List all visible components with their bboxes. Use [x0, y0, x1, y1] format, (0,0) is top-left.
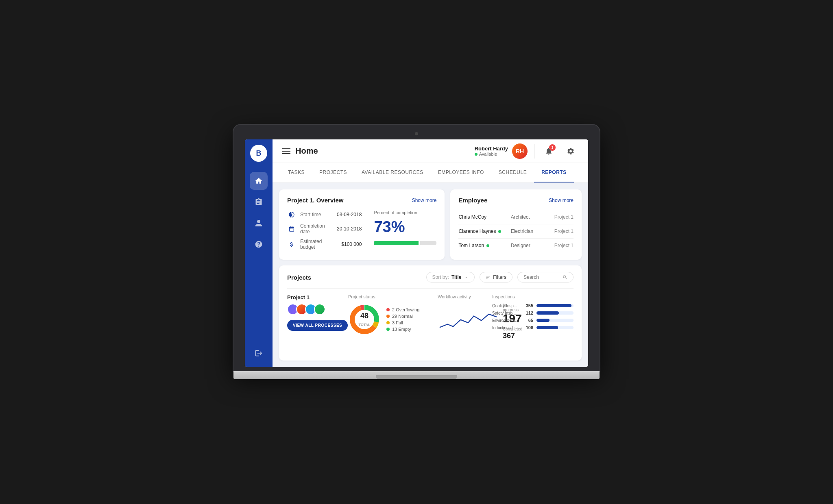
home-icon	[255, 177, 263, 185]
completion-date-icon	[287, 224, 296, 233]
sidebar-item-help[interactable]	[250, 235, 268, 253]
legend-dot-orange	[386, 315, 390, 318]
inspection-bar-bg-2	[536, 311, 574, 315]
employee-card: Employee Show more Chris McCoy Architect…	[450, 189, 582, 260]
employee-project-1: Project 1	[554, 214, 574, 220]
tab-reports[interactable]: REPORTS	[534, 163, 574, 182]
chevron-down-icon	[464, 275, 469, 280]
online-indicator-3	[486, 244, 489, 247]
legend-item-normal: 29 Normal	[386, 314, 419, 319]
sidebar-item-people[interactable]	[250, 214, 268, 232]
logo-icon: B	[250, 145, 267, 162]
completion-section: Percent of completion 73%	[374, 210, 436, 250]
donut-legend: 2 Overflowing 29 Normal 3	[386, 307, 419, 332]
sidebar-logo[interactable]: B	[245, 139, 273, 167]
start-time-icon	[287, 210, 296, 219]
tab-tasks[interactable]: TASKS	[281, 163, 312, 182]
overview-show-more[interactable]: Show more	[412, 198, 437, 203]
inspection-row-environment: Environment... 65	[492, 318, 574, 323]
sidebar-item-tasks[interactable]	[250, 193, 268, 211]
budget-value: $100 000	[341, 241, 362, 247]
workflow-inner: In progress 197 Completed 367	[438, 303, 484, 339]
overview-title: Project 1. Overview	[287, 197, 343, 204]
inspection-name-2: Safety Insp...	[492, 311, 519, 315]
employee-list: Chris McCoy Architect Project 1 Clarence…	[458, 210, 574, 252]
donut-total-number: 48	[358, 312, 370, 320]
legend-dot-red	[386, 308, 390, 311]
overview-card: Project 1. Overview Show more Sta	[279, 189, 445, 260]
projects-card: Projects Sort by: Title Filters	[279, 265, 582, 361]
sidebar-item-home[interactable]	[250, 172, 268, 190]
employee-show-more[interactable]: Show more	[549, 198, 574, 203]
tab-employees-info[interactable]: EMPLOYEES INFO	[431, 163, 491, 182]
tab-projects[interactable]: PROJECTS	[312, 163, 354, 182]
employee-role-2: Electrician	[511, 228, 554, 234]
legend-item-overflowing: 2 Overflowing	[386, 307, 419, 312]
logout-icon	[255, 349, 263, 357]
tab-available-resources[interactable]: AVAILABLE RESOURCES	[354, 163, 431, 182]
notification-button[interactable]: 3	[541, 143, 556, 159]
inspection-bar-fill-2	[536, 311, 559, 315]
completion-date-value: 20-10-2018	[337, 226, 362, 232]
inspection-value-3: 65	[522, 318, 533, 323]
filters-icon	[486, 275, 491, 280]
header: Home Robert Hardy Available RH	[273, 139, 588, 163]
budget-row: Estimated budget $100 000	[287, 239, 362, 250]
header-divider	[534, 144, 534, 159]
user-name: Robert Hardy	[475, 146, 508, 152]
project-status-label: Project status	[348, 294, 430, 299]
filters-label: Filters	[493, 274, 506, 280]
inspection-bar-fill-4	[536, 326, 558, 329]
search-input[interactable]	[523, 274, 560, 280]
notification-badge: 3	[549, 144, 556, 151]
employee-name-3: Tom Larson	[458, 243, 510, 248]
header-right: Robert Hardy Available RH 3	[475, 143, 578, 159]
tab-schedule[interactable]: SCHEDULE	[491, 163, 534, 182]
completed-value: 367	[503, 332, 522, 339]
project-avatars	[287, 304, 340, 315]
employee-name-2: Clarence Haynes	[458, 228, 510, 234]
inspection-row-inductions: Inductions (C... 108	[492, 325, 574, 330]
legend-label-empty: 13 Empty	[392, 327, 411, 332]
completion-date-row: Completion date 20-10-2018	[287, 223, 362, 235]
settings-button[interactable]	[563, 143, 578, 159]
start-time-value: 03-08-2018	[337, 212, 362, 217]
person-icon	[255, 219, 263, 227]
employee-row: Chris McCoy Architect Project 1	[458, 210, 574, 224]
inspection-row-safety: Safety Insp... 112	[492, 311, 574, 315]
filters-button[interactable]: Filters	[480, 272, 512, 282]
start-time-label: Start time	[300, 212, 333, 217]
inspection-bar-bg-4	[536, 326, 574, 329]
search-box[interactable]	[517, 272, 574, 282]
legend-dot-green	[386, 328, 390, 331]
inspections-section: Inspections Quality Insp... 355	[492, 294, 574, 330]
avatar[interactable]: RH	[512, 143, 528, 159]
overview-split: Start time 03-08-2018 Completion date	[287, 210, 436, 250]
sort-button[interactable]: Sort by: Title	[426, 272, 475, 282]
legend-item-empty: 13 Empty	[386, 327, 419, 332]
view-all-processes-button[interactable]: VIEW ALL PROCESSES	[287, 320, 348, 331]
cards-row: Project 1. Overview Show more Sta	[279, 189, 582, 260]
budget-label: Estimated budget	[300, 239, 337, 250]
help-icon	[255, 240, 263, 248]
completion-date-label: Completion date	[300, 223, 333, 235]
sidebar-item-logout[interactable]	[250, 344, 268, 362]
user-status: Available	[475, 152, 508, 156]
completion-label: Percent of completion	[374, 210, 436, 215]
inspection-name-1: Quality Insp...	[492, 304, 519, 308]
inspection-bar-fill-3	[536, 319, 550, 322]
user-info: Robert Hardy Available RH	[475, 143, 528, 159]
inspection-bar-bg-1	[536, 304, 574, 307]
progress-bar	[374, 241, 436, 245]
legend-dot-yellow	[386, 321, 390, 324]
legend-label-normal: 29 Normal	[392, 314, 413, 319]
inspection-value-1: 355	[522, 303, 533, 308]
project-status-section: Project status	[348, 294, 430, 336]
overview-card-header: Project 1. Overview Show more	[287, 197, 436, 204]
camera	[415, 132, 418, 135]
employee-name-1: Chris McCoy	[458, 214, 510, 220]
project-info: Project 1 VIEW ALL PROCESSES	[287, 294, 340, 331]
page-title: Home	[295, 146, 475, 156]
menu-button[interactable]	[282, 148, 290, 154]
status-dot	[475, 153, 478, 156]
